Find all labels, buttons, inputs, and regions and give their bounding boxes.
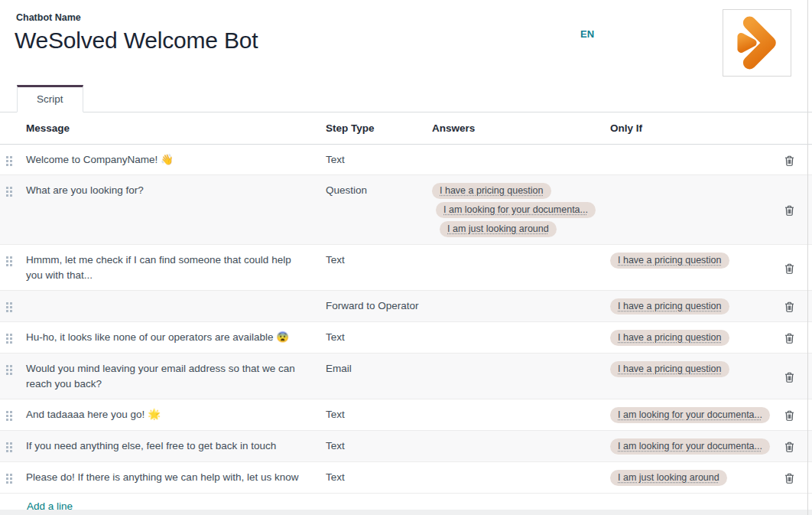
delete-row-button[interactable] [784, 299, 794, 315]
brand-logo [723, 9, 791, 77]
step-type-cell[interactable]: Text [326, 322, 432, 353]
delete-row-button[interactable] [784, 184, 794, 237]
table-row: Welcome to CompanyName! 👋 Text [0, 145, 812, 175]
trash-icon [784, 302, 794, 312]
delete-row-button[interactable] [784, 408, 794, 423]
delete-row-button[interactable] [784, 331, 794, 346]
table-header-row: Message Step Type Answers Only If [0, 112, 812, 145]
only-if-cell [610, 175, 784, 244]
column-header-only-if: Only If [610, 112, 784, 144]
step-type-cell[interactable]: Text [326, 245, 432, 290]
table-row: Hmmm, let me check if I can find someone… [0, 245, 812, 291]
answers-cell [432, 399, 610, 430]
message-cell[interactable]: Hu-ho, it looks like none of our operato… [26, 322, 326, 353]
answers-cell [432, 145, 610, 174]
step-type-cell[interactable]: Forward to Operator [326, 291, 432, 321]
only-if-chip[interactable]: I have a pricing question [610, 361, 729, 377]
answers-cell [432, 322, 610, 353]
answer-chip[interactable]: I am looking for your documenta... [436, 202, 596, 218]
drag-handle-icon[interactable] [6, 442, 26, 452]
message-cell[interactable]: And tadaaaa here you go! 🌟 [26, 399, 326, 430]
message-cell[interactable]: Welcome to CompanyName! 👋 [26, 145, 326, 174]
answer-chip[interactable]: I am just looking around [440, 221, 557, 237]
only-if-chip[interactable]: I have a pricing question [610, 330, 729, 346]
table-row: What are you looking for? Question I hav… [0, 175, 812, 245]
drag-handle-icon[interactable] [6, 474, 26, 484]
table-row: Please do! If there is anything we can h… [0, 462, 812, 494]
trash-icon [784, 410, 794, 421]
answers-cell [432, 354, 610, 399]
column-header-answers: Answers [432, 112, 610, 144]
message-cell[interactable]: Hmmm, let me check if I can find someone… [26, 245, 326, 290]
answers-cell [432, 245, 610, 290]
script-table: Message Step Type Answers Only If Welcom… [0, 112, 812, 515]
only-if-chip[interactable]: I have a pricing question [610, 253, 729, 269]
drag-handle-icon[interactable] [6, 302, 26, 312]
table-row: Hu-ho, it looks like none of our operato… [0, 322, 812, 354]
only-if-chip[interactable]: I am looking for your documenta... [610, 407, 770, 423]
trash-icon [784, 333, 794, 344]
answers-cell [432, 431, 610, 461]
only-if-cell: I have a pricing question [610, 245, 784, 290]
delete-row-button[interactable] [784, 439, 794, 455]
only-if-cell: I am looking for your documenta... [610, 399, 784, 430]
only-if-cell: I am just looking around [610, 462, 784, 493]
delete-row-button[interactable] [784, 153, 794, 168]
trash-icon [784, 372, 794, 383]
language-button[interactable]: EN [580, 28, 594, 40]
trash-icon [784, 155, 794, 166]
right-edge-divider [807, 0, 808, 515]
only-if-cell: I have a pricing question [610, 322, 784, 353]
bottom-strip [0, 510, 812, 515]
only-if-chip[interactable]: I have a pricing question [610, 298, 729, 315]
step-type-cell[interactable]: Question [326, 175, 432, 244]
trash-icon [784, 205, 794, 216]
only-if-cell: I have a pricing question [610, 291, 784, 321]
chatbot-script-page: Chatbot Name WeSolved Welcome Bot EN Scr… [0, 0, 812, 515]
drag-handle-icon[interactable] [6, 411, 26, 421]
answers-cell [432, 462, 610, 493]
step-type-cell[interactable]: Text [326, 431, 432, 461]
answers-cell: I have a pricing question I am looking f… [432, 175, 610, 244]
drag-handle-icon[interactable] [6, 334, 26, 344]
message-cell[interactable]: If you need anything else, feel free to … [26, 431, 326, 461]
step-type-cell[interactable]: Text [326, 462, 432, 493]
drag-handle-icon[interactable] [6, 187, 26, 197]
brand-play-chevron-icon [729, 15, 785, 71]
message-cell[interactable]: What are you looking for? [26, 175, 326, 244]
message-cell[interactable] [26, 291, 326, 321]
step-type-cell[interactable]: Email [326, 354, 432, 399]
drag-handle-icon[interactable] [6, 365, 26, 375]
step-type-cell[interactable]: Text [326, 145, 432, 174]
table-row: Would you mind leaving your email addres… [0, 354, 812, 399]
only-if-cell [610, 145, 784, 174]
drag-handle-icon[interactable] [6, 256, 26, 266]
answer-chip[interactable]: I have a pricing question [432, 183, 551, 199]
only-if-chip[interactable]: I am just looking around [610, 470, 727, 486]
drag-handle-icon[interactable] [6, 156, 26, 166]
delete-row-button[interactable] [784, 362, 794, 392]
tab-script[interactable]: Script [17, 85, 83, 112]
step-type-cell[interactable]: Text [326, 399, 432, 430]
chatbot-name-label: Chatbot Name [16, 12, 81, 23]
only-if-chip[interactable]: I am looking for your documenta... [610, 438, 770, 455]
delete-row-button[interactable] [784, 471, 794, 486]
message-cell[interactable]: Would you mind leaving your email addres… [26, 354, 326, 399]
handle-column-header [0, 112, 26, 144]
trash-icon [784, 442, 794, 452]
trash-icon [784, 473, 794, 484]
answers-cell [432, 291, 610, 321]
only-if-cell: I am looking for your documenta... [610, 431, 784, 461]
trash-icon [784, 263, 794, 274]
delete-row-button[interactable] [784, 253, 794, 283]
only-if-cell: I have a pricing question [610, 354, 784, 399]
column-header-step-type: Step Type [326, 112, 432, 144]
table-row: Forward to Operator I have a pricing que… [0, 291, 812, 322]
table-row: If you need anything else, feel free to … [0, 431, 812, 462]
page-header: Chatbot Name WeSolved Welcome Bot EN [0, 0, 812, 84]
message-cell[interactable]: Please do! If there is anything we can h… [26, 462, 326, 493]
column-header-message: Message [26, 112, 326, 144]
tab-bar: Script [0, 84, 812, 112]
page-title: WeSolved Welcome Bot [15, 28, 258, 54]
table-row: And tadaaaa here you go! 🌟 Text I am loo… [0, 399, 812, 431]
